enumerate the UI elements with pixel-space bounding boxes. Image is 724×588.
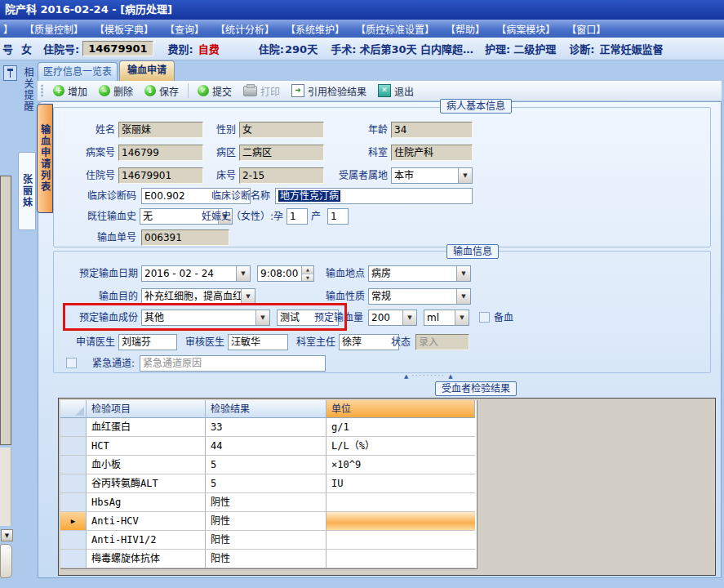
lab-result-cell: 阳性 <box>206 531 326 550</box>
sidebar-tab-reminders[interactable]: 相关提醒 <box>21 67 35 124</box>
chevron-down-icon[interactable]: ▼ <box>458 168 472 183</box>
pregnancy-count-input[interactable]: 1 <box>286 208 308 225</box>
menu-item[interactable]: 【查询】 <box>165 22 204 36</box>
column-header-result[interactable]: 检验结果 <box>206 400 326 418</box>
menu-item[interactable]: 】 <box>3 22 13 36</box>
review-doctor-input[interactable]: 汪敏华 <box>228 334 288 350</box>
transfusion-time-spinner[interactable]: 9:08:00 ▲▼ <box>257 265 314 282</box>
current-row-indicator[interactable]: ▶ <box>60 512 87 531</box>
ward-field: 二病区 <box>239 145 324 161</box>
birth-count-input[interactable]: 1 <box>327 208 349 225</box>
region-select[interactable]: 本市▼ <box>391 167 473 184</box>
volume-unit-select[interactable]: ml▼ <box>424 310 469 326</box>
case-no-label: 病案号 <box>55 145 115 161</box>
table-row[interactable]: HbsAg阴性 <box>60 493 477 512</box>
row-selector[interactable] <box>60 437 87 456</box>
chevron-down-icon[interactable]: ▼ <box>402 310 416 325</box>
table-row[interactable]: ▶Anti-HCV阴性 <box>60 512 477 531</box>
emergency-checkbox[interactable] <box>66 358 77 368</box>
column-header-item[interactable]: 检验项目 <box>87 400 206 418</box>
submit-button[interactable]: ✓提交 <box>193 82 236 100</box>
dropdown-button[interactable]: ▼ <box>1 529 13 541</box>
menu-item[interactable]: 【系统维护】 <box>286 22 344 36</box>
chevron-down-icon[interactable]: ▼ <box>455 310 469 325</box>
menu-item[interactable]: 【模板字典】 <box>95 22 153 36</box>
delete-button[interactable]: −删除 <box>95 82 137 100</box>
table-row[interactable]: 血红蛋白33g/1 <box>60 418 477 437</box>
table-row[interactable]: 谷丙转氨酶ALT5IU <box>60 474 477 493</box>
sidebar-tab-patient[interactable]: 张丽妹 <box>18 152 36 230</box>
add-button[interactable]: ＋增加 <box>49 82 91 100</box>
cite-lab-results-button[interactable]: ➜引用检验结果 <box>287 82 371 100</box>
row-selector[interactable] <box>60 493 87 512</box>
bed-no-fragment: 号 <box>2 41 13 56</box>
surgery-label: 手术: <box>331 41 356 56</box>
row-selector[interactable] <box>60 531 87 550</box>
birth-label: 产 <box>311 208 324 225</box>
transfusion-date-picker[interactable]: 2016 - 02 - 24▼ <box>141 265 251 282</box>
sidebar-tab-transfusion-list[interactable]: 输血申请列表 <box>37 104 53 213</box>
exit-icon: ✕ <box>378 84 391 97</box>
nature-label: 输血性质 <box>324 288 365 305</box>
table-row[interactable]: Anti-HIV1/2阳性 <box>60 531 477 550</box>
spin-up-icon: ▲ <box>302 266 313 274</box>
collapse-up-icon: ▲ <box>404 373 408 380</box>
chevron-down-icon[interactable]: ▼ <box>456 266 470 281</box>
exit-button[interactable]: ✕退出 <box>374 82 418 100</box>
nature-select[interactable]: 常规▼ <box>368 288 471 305</box>
component-select[interactable]: 其他▼ <box>141 310 270 326</box>
pin-icon <box>7 69 13 71</box>
lab-item-cell: 谷丙转氨酶ALT <box>87 474 206 493</box>
column-header-unit[interactable]: 单位 <box>326 400 475 418</box>
print-button[interactable]: 打印 <box>239 82 284 100</box>
lab-result-cell: 阴性 <box>206 493 326 512</box>
place-label: 输血地点 <box>324 265 365 282</box>
menu-item[interactable]: 【质控标准设置】 <box>356 22 434 36</box>
emergency-reason-input[interactable]: 紧急通道原因 <box>140 355 326 372</box>
menu-item[interactable]: 【帮助】 <box>446 22 485 36</box>
menu-item[interactable]: 【质量控制】 <box>24 22 83 36</box>
history-label: 既往输血史 <box>63 208 136 225</box>
row-selector[interactable] <box>60 456 87 474</box>
select-all-corner[interactable] <box>60 400 87 418</box>
pregnancy-label: 妊娠史（女性）:孕 <box>192 208 283 225</box>
place-select[interactable]: 病房▼ <box>368 265 471 282</box>
row-selector[interactable] <box>60 418 87 437</box>
row-selector[interactable] <box>60 550 87 568</box>
tab-medical-overview[interactable]: 医疗信息一览表 <box>38 62 118 81</box>
row-selector[interactable] <box>60 474 87 493</box>
volume-label: 预定输血量 <box>309 310 363 326</box>
save-button[interactable]: ↓保存 <box>140 82 183 100</box>
lab-item-cell: Anti-HIV1/2 <box>87 531 206 550</box>
table-row[interactable]: 梅毒螺旋体抗体阳性 <box>60 550 477 568</box>
menu-item[interactable]: 【统计分析】 <box>215 22 274 36</box>
pin-button[interactable] <box>3 65 17 81</box>
surgery-value: 术后第30天 白内障超… <box>359 41 473 56</box>
toolbar: ＋增加 −删除 ↓保存 ✓提交 打印 ➜引用检验结果 ✕退出 <box>38 81 722 101</box>
emergency-label: 紧急通道: <box>81 355 135 372</box>
purpose-select[interactable]: 补充红细胞，提高血红▼ <box>141 288 255 305</box>
lab-unit-cell <box>326 550 475 568</box>
lab-result-cell: 阴性 <box>206 512 326 531</box>
chevron-down-icon[interactable]: ▼ <box>241 289 255 304</box>
lab-results-table: 检验项目 检验结果 单位 血红蛋白33g/1HCT44L/L（%）血小板5×10… <box>60 400 477 569</box>
lab-item-cell: 血红蛋白 <box>87 418 206 437</box>
diag-name-input[interactable]: 地方性克汀病 <box>275 188 473 204</box>
tab-transfusion-request[interactable]: 输血申请 <box>119 60 175 81</box>
chevron-down-icon[interactable]: ▼ <box>236 266 250 281</box>
splitter-bar[interactable]: ▲ ········· ▲ <box>404 373 453 380</box>
table-row[interactable]: HCT44L/L（%） <box>60 437 477 456</box>
reserve-blood-checkbox[interactable] <box>479 312 490 323</box>
spinner-buttons[interactable]: ▲▼ <box>301 266 313 281</box>
volume-select[interactable]: 200▼ <box>368 310 417 326</box>
collapsed-panel-button[interactable] <box>0 544 12 578</box>
table-row[interactable]: 血小板5×10^9 <box>60 456 477 474</box>
chevron-down-icon[interactable]: ▼ <box>255 310 269 325</box>
menu-item[interactable]: 【病案模块】 <box>496 22 555 36</box>
diagnosis-label: 诊断: <box>569 41 594 56</box>
menu-item[interactable]: 【窗口】 <box>566 22 606 36</box>
admission-no-value: 14679901 <box>82 41 153 56</box>
apply-doctor-input[interactable]: 刘瑞芬 <box>118 334 177 350</box>
toolbar-grip[interactable] <box>41 84 43 97</box>
chevron-down-icon[interactable]: ▼ <box>456 289 470 304</box>
